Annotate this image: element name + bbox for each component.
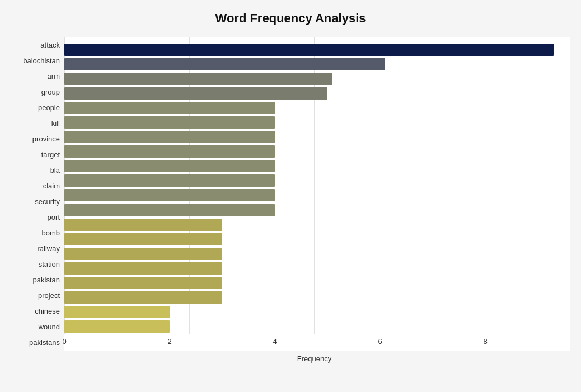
- bar: [64, 306, 170, 318]
- x-tick: 4: [273, 337, 277, 346]
- bar-row: [64, 144, 564, 159]
- bar: [64, 262, 222, 275]
- bar-row: [64, 203, 564, 218]
- bar: [64, 291, 222, 304]
- bar-row: [64, 247, 564, 261]
- y-label: bomb: [41, 225, 60, 241]
- x-tick: 6: [378, 337, 382, 346]
- bar-row: [64, 86, 564, 101]
- bar: [64, 204, 275, 216]
- y-label: railway: [38, 241, 60, 257]
- bar: [64, 145, 275, 158]
- y-label: people: [38, 100, 60, 115]
- bar: [64, 102, 275, 114]
- bar: [64, 87, 327, 100]
- bar: [64, 116, 275, 129]
- bar: [64, 44, 554, 56]
- y-label: province: [32, 131, 60, 147]
- bar: [64, 189, 275, 201]
- x-axis: Frequency 02468: [64, 334, 564, 351]
- bars-inner: [64, 37, 570, 334]
- bar-row: [64, 42, 564, 57]
- y-label: target: [41, 147, 60, 162]
- bar-row: [64, 261, 564, 276]
- bar: [64, 160, 275, 172]
- bar-row: [64, 290, 564, 305]
- y-label: station: [39, 257, 60, 272]
- y-label: bla: [50, 162, 60, 178]
- y-label: port: [48, 210, 60, 225]
- bar: [64, 277, 222, 289]
- y-label: security: [35, 193, 60, 209]
- bar-row: [64, 159, 564, 173]
- y-label: pakistans: [29, 335, 60, 351]
- bar-row: [64, 101, 564, 115]
- y-label: claim: [43, 178, 60, 193]
- y-label: chinese: [35, 304, 60, 319]
- bar: [64, 131, 275, 143]
- y-label: balochistan: [23, 53, 60, 68]
- bar: [64, 320, 170, 333]
- x-tick: 2: [167, 337, 171, 346]
- y-label: kill: [51, 115, 60, 131]
- y-label: attack: [40, 37, 60, 53]
- bar-row: [64, 130, 564, 144]
- bar: [64, 233, 222, 245]
- bar-row: [64, 276, 564, 290]
- y-label: wound: [39, 319, 60, 335]
- y-label: group: [41, 84, 60, 100]
- bar-row: [64, 188, 564, 202]
- bar-row: [64, 319, 564, 334]
- bar-row: [64, 232, 564, 247]
- bar: [64, 58, 385, 70]
- bar-row: [64, 305, 564, 319]
- bar-row: [64, 72, 564, 86]
- bar-row: [64, 115, 564, 130]
- bar: [64, 73, 332, 85]
- y-labels: attackbalochistanarmgrouppeoplekillprovi…: [11, 37, 64, 351]
- y-label: arm: [48, 68, 60, 84]
- x-axis-label: Frequency: [297, 355, 331, 363]
- bar: [64, 174, 275, 187]
- chart-container: Word Frequency Analysis attackbalochista…: [0, 0, 581, 392]
- x-tick: 8: [483, 337, 487, 346]
- bar-row: [64, 218, 564, 232]
- x-tick: 0: [62, 337, 66, 346]
- chart-area: attackbalochistanarmgrouppeoplekillprovi…: [11, 37, 570, 351]
- y-label: project: [38, 288, 60, 304]
- y-label: pakistan: [33, 272, 60, 288]
- bar: [64, 219, 222, 231]
- bars-area: Frequency 02468: [64, 37, 570, 351]
- bar-row: [64, 57, 564, 72]
- bar: [64, 248, 222, 260]
- chart-title: Word Frequency Analysis: [11, 11, 570, 26]
- bar-row: [64, 173, 564, 188]
